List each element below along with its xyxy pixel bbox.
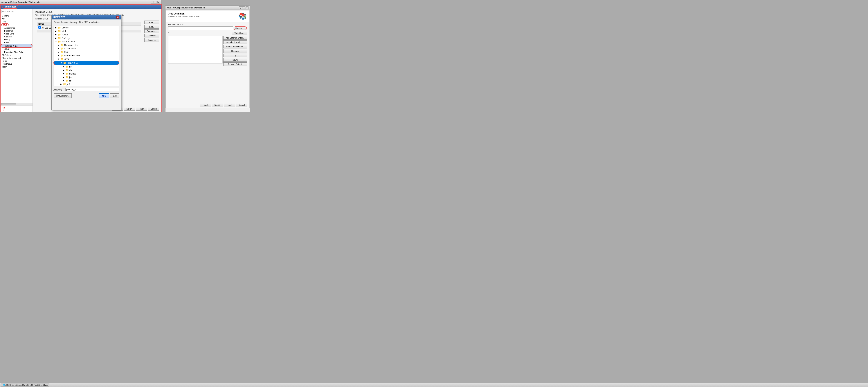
- remove-btn[interactable]: Remove: [144, 34, 159, 37]
- fb-item-java[interactable]: ▼ 📂 Java: [54, 57, 119, 61]
- fb-title-bar: 浏览文件夹 ✕: [52, 15, 121, 20]
- sidebar-item-editor[interactable]: Editor: [1, 41, 32, 44]
- expand-lib: ▶: [63, 80, 65, 82]
- fb-label-jre7: jre7: [67, 83, 70, 85]
- minimize-btn[interactable]: _: [151, 1, 154, 3]
- search-btn[interactable]: Search...: [144, 38, 159, 42]
- fb-filename-input[interactable]: [65, 88, 119, 92]
- down-btn[interactable]: Down: [223, 58, 247, 62]
- sidebar-item-ant[interactable]: Ant: [1, 17, 32, 20]
- fb-item-jre7[interactable]: ▶ 📁 jre7: [54, 82, 119, 86]
- sidebar-item-build-path[interactable]: Build Path: [1, 29, 32, 32]
- folder-icon-perflogs: 📁: [58, 37, 61, 39]
- help-icon[interactable]: ❓: [2, 107, 6, 110]
- fb-item-include[interactable]: ▶ 📁 include: [54, 72, 119, 75]
- fb-item-kugou[interactable]: ▶ 📁 KuGou: [54, 33, 119, 36]
- wizard-cancel-btn[interactable]: Cancel: [236, 103, 247, 107]
- fb-item-intel[interactable]: ▶ 📁 Intel: [54, 29, 119, 33]
- wizard-jars-area: Add External JARs... Javadoc Location...…: [168, 36, 247, 66]
- fb-item-lib[interactable]: ▶ 📁 lib: [54, 79, 119, 82]
- duplicate-btn[interactable]: Duplicate...: [144, 29, 159, 33]
- expand-db: ▶: [63, 69, 65, 71]
- fb-tree[interactable]: ▶ 📁 Drivers ▶ 📁 Intel ▶ 📁 KuGou ▶ 📁 Perf…: [53, 26, 119, 86]
- fb-label-ie: Internet Explorer: [64, 54, 81, 57]
- wizard-subtitle-bg: Select the root directory of the JRE.: [168, 15, 200, 17]
- fb-item-bin[interactable]: ▶ 📁 bin: [54, 65, 119, 68]
- sidebar-item-properties[interactable]: Properties Files Edito: [1, 50, 32, 54]
- close-btn[interactable]: ✕: [157, 1, 160, 3]
- expand-jre7: ▶: [60, 83, 62, 85]
- folder-icon-jre: 📁: [66, 76, 68, 78]
- wizard-dir-input-bg[interactable]: [168, 27, 233, 30]
- filter-input[interactable]: [1, 10, 32, 13]
- min-btn2[interactable]: _: [239, 6, 242, 9]
- folder-icon-java: 📂: [60, 58, 63, 60]
- file-browser-dialog: 浏览文件夹 ✕ Select the root directory of the…: [52, 15, 121, 110]
- sidebar-item-java[interactable]: Java: [1, 23, 9, 26]
- up-btn[interactable]: Up: [223, 54, 247, 57]
- wizard-back-btn[interactable]: < Back: [200, 103, 211, 107]
- wizard-finish-btn[interactable]: Finish: [224, 103, 235, 107]
- fb-item-drivers[interactable]: ▶ 📁 Drivers: [54, 26, 119, 29]
- sidebar-item-appearance[interactable]: Appearance: [1, 27, 32, 29]
- fb-item-program-files[interactable]: ▼ 📂 Program Files: [54, 40, 119, 43]
- fb-item-ie[interactable]: ▶ 📁 Internet Explorer: [54, 54, 119, 57]
- directory-btn[interactable]: Directory...: [234, 27, 247, 30]
- fb-item-jre[interactable]: ▶ 📁 jre: [54, 75, 119, 79]
- variables-btn[interactable]: Variables...: [232, 31, 247, 35]
- prefs-title-label: Preferences: [2, 5, 19, 9]
- remove-btn2[interactable]: Remove: [223, 49, 247, 53]
- restore-default-btn[interactable]: Restore Default: [223, 62, 247, 66]
- fb-item-db[interactable]: ▶ 📁 db: [54, 68, 119, 72]
- restore-btn[interactable]: ⬜: [154, 1, 157, 3]
- finish-btn[interactable]: Finish: [136, 107, 147, 111]
- add-ext-btn[interactable]: Add External JARs...: [223, 36, 247, 40]
- jre-wizard-bg: JRE Definition Select the root directory…: [165, 10, 250, 108]
- wizard-next-btn[interactable]: Next >: [212, 103, 223, 107]
- jre-checkbox[interactable]: [38, 26, 41, 29]
- folder-icon-feiq: 📁: [60, 50, 63, 54]
- sidebar-item-pulse[interactable]: Pulse: [1, 60, 32, 62]
- window-controls: _ ⬜ ✕: [151, 1, 160, 3]
- cancel-btn[interactable]: Cancel: [148, 107, 159, 111]
- sidebar-item-debug[interactable]: Debug: [1, 38, 32, 41]
- wizard-header-text-bg: JRE Definition Select the root directory…: [168, 12, 200, 20]
- next-btn[interactable]: Next >: [124, 107, 135, 111]
- sidebar-item-team[interactable]: Team: [1, 65, 32, 68]
- expand-feiq: ▶: [58, 51, 60, 53]
- fb-item-feiq[interactable]: ▶ 📁 feiq: [54, 50, 119, 54]
- fb-new-folder-btn[interactable]: 新建文件夹(M): [54, 94, 72, 98]
- fb-cancel-btn[interactable]: 取消: [110, 94, 119, 98]
- sidebar-item-general[interactable]: General: [1, 14, 32, 17]
- sidebar-item-myeclipse[interactable]: MyEclipse: [1, 54, 32, 57]
- javadoc-btn[interactable]: Javadoc Location...: [223, 40, 247, 44]
- close-btn2[interactable]: ✕: [246, 6, 248, 9]
- sidebar-item-help[interactable]: Help: [1, 20, 32, 23]
- fb-item-perflogs[interactable]: ▶ 📁 PerfLogs: [54, 36, 119, 40]
- sidebar-item-compiler[interactable]: Compiler: [1, 35, 32, 38]
- source-btn[interactable]: Source Attachment...: [223, 45, 247, 48]
- eclipse-title-bar: Java - MyEclipse Enterprise Workbench _ …: [0, 0, 161, 4]
- fb-item-conexant[interactable]: ▶ 📁 CONEXANT: [54, 47, 119, 50]
- fb-close-btn[interactable]: ✕: [117, 16, 119, 19]
- edit-btn[interactable]: Edit...: [144, 25, 159, 29]
- fb-label-kugou: KuGou: [62, 33, 68, 36]
- sidebar-item-installed-jres[interactable]: Installed JREs: [1, 44, 32, 48]
- restore-btn2[interactable]: ⬜: [242, 6, 245, 9]
- book-icon-bg: 📚: [239, 12, 247, 20]
- fb-item-common-files[interactable]: ▶ 📁 Common Files: [54, 43, 119, 47]
- sidebar-item-plugin-dev[interactable]: Plug-in Development: [1, 57, 32, 60]
- sidebar-tree: General Ant Help Java Appearance Build P…: [1, 14, 32, 103]
- expand-jre: ▶: [63, 76, 65, 78]
- sidebar-item-run-debug[interactable]: Run/Debug: [1, 62, 32, 65]
- sidebar-item-code-style[interactable]: Code Style: [1, 32, 32, 35]
- fb-ok-btn[interactable]: 确定: [99, 94, 109, 98]
- sidebar-item-junit[interactable]: JUnit: [1, 48, 32, 50]
- jars-list: [168, 36, 223, 64]
- add-btn[interactable]: Add...: [144, 21, 159, 24]
- folder-icon-jdk: 📂: [63, 62, 66, 64]
- expand-perflogs: ▶: [55, 37, 57, 39]
- eclipse2-title-bar: Java - MyEclipse Enterprise Workbench _ …: [165, 6, 250, 10]
- fb-label-java: Java: [64, 58, 69, 60]
- fb-item-jdk[interactable]: ▼ 📂 jdk1.7.0_21: [54, 61, 119, 65]
